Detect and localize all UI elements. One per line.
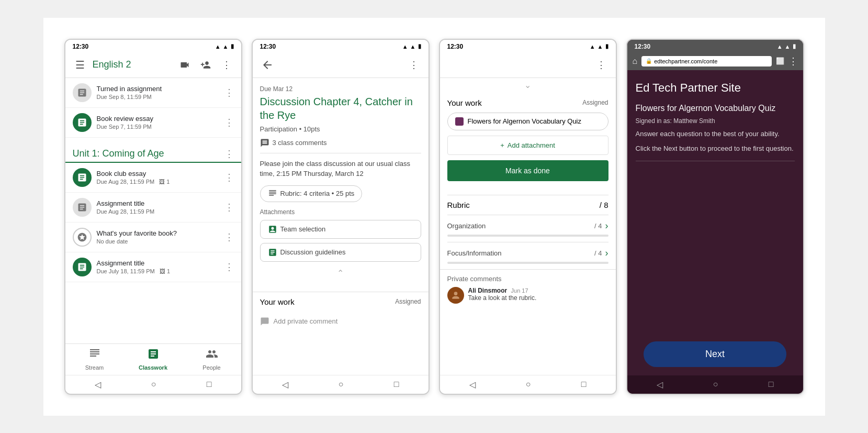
- system-nav-1: ◁ ○ □: [65, 375, 241, 394]
- next-button[interactable]: Next: [644, 341, 787, 367]
- assignment-item-4[interactable]: Assignment title Due Aug 28, 11:59 PM ⋮: [65, 193, 241, 223]
- assignment-info-3: Book club essay Due Aug 28, 11:59 PM 🖼 1: [97, 170, 219, 185]
- status-icons-3: ▲ ▲ ▮: [590, 43, 608, 50]
- assignment-item-6[interactable]: Assignment title Due July 18, 11:59 PM 🖼…: [65, 252, 241, 282]
- more-btn-2[interactable]: ⋮: [224, 117, 234, 128]
- site-title: Ed Tech Partner Site: [636, 81, 795, 96]
- signal-icon-2: ▲: [410, 43, 416, 50]
- wifi-icon-2: ▲: [402, 43, 408, 50]
- rubric-chip[interactable]: Rubric: 4 criteria • 25 pts: [260, 185, 363, 202]
- signal-icon-3: ▲: [598, 43, 603, 50]
- recents-btn-3[interactable]: □: [581, 380, 587, 389]
- more-btn-3[interactable]: ⋮: [224, 172, 234, 183]
- class-comments: 3 class comments: [273, 139, 327, 147]
- attachment-chip-2[interactable]: Discussion guidelines: [260, 243, 421, 262]
- back-btn-1[interactable]: ◁: [95, 380, 101, 390]
- mark-done-btn[interactable]: Mark as done: [447, 160, 608, 181]
- status-icons-4: ▲ ▲ ▮: [777, 43, 796, 50]
- status-bar-3: 12:30 ▲ ▲ ▮: [440, 40, 616, 52]
- assignment-title-4: Assignment title: [97, 199, 219, 207]
- back-btn-2[interactable]: ◁: [282, 380, 288, 390]
- recents-btn-4[interactable]: □: [769, 380, 774, 389]
- comment-text: Take a look at the rubric.: [468, 294, 537, 302]
- signal-icon: ▲: [223, 43, 229, 50]
- rubric-row-2-header: Focus/Information / 4 ›: [447, 248, 608, 259]
- add-comment[interactable]: Add private comment: [253, 312, 429, 331]
- assignment-title-5: What's your favorite book?: [97, 229, 219, 237]
- quiz-chip[interactable]: Flowers for Algernon Vocabulary Quiz: [447, 113, 608, 130]
- back-btn-3[interactable]: ◁: [469, 380, 476, 390]
- your-work-h: Your work: [447, 98, 482, 107]
- scroll-up-indicator: ⌄: [440, 78, 616, 92]
- recents-btn-1[interactable]: □: [207, 380, 212, 389]
- more-btn-5[interactable]: ⋮: [224, 231, 234, 243]
- phone-2: 12:30 ▲ ▲ ▮ ⋮ Due Mar 12 Discussion Chap…: [252, 39, 430, 395]
- assignment-title-1: Turned in assignment: [97, 85, 219, 93]
- assignment-icon-5: [73, 228, 92, 247]
- section-more-btn[interactable]: ⋮: [224, 148, 234, 160]
- assignment-icon-1: [73, 83, 92, 102]
- assignment-item-2[interactable]: Book review essay Due Sep 7, 11:59 PM ⋮: [65, 108, 241, 138]
- person-add-icon[interactable]: [197, 57, 214, 73]
- rubric-bar-2: [447, 262, 608, 264]
- assignment-icon-2: [73, 113, 92, 132]
- home-icon[interactable]: ⌂: [633, 57, 638, 66]
- rubric-criterion-1: Organization: [447, 222, 486, 230]
- more-btn-6[interactable]: ⋮: [224, 261, 234, 273]
- home-btn-3[interactable]: ○: [526, 380, 531, 389]
- assignment-item-1[interactable]: Turned in assignment Due Sep 8, 11:59 PM…: [65, 78, 241, 108]
- description: Please join the class discussion at our …: [260, 159, 421, 179]
- browser-more[interactable]: ⋮: [788, 55, 798, 67]
- more-vert-icon[interactable]: ⋮: [218, 57, 235, 73]
- due-date: Due Mar 12: [260, 85, 421, 93]
- comment-date: Jun 17: [511, 287, 528, 294]
- description2: Click the Next button to proceed to the …: [636, 143, 795, 154]
- more-vert-2[interactable]: ⋮: [405, 57, 422, 73]
- home-btn-2[interactable]: ○: [339, 380, 344, 389]
- battery-icon-3: ▮: [605, 43, 608, 50]
- menu-button[interactable]: ☰: [72, 57, 88, 73]
- back-btn-4[interactable]: ◁: [657, 380, 663, 390]
- assignment-title-6: Assignment title: [97, 259, 219, 267]
- battery-icon-4: ▮: [793, 43, 796, 50]
- rubric-row-1[interactable]: Organization / 4 ›: [447, 215, 608, 242]
- tabs-icon[interactable]: ⬜: [776, 57, 784, 65]
- recents-btn-2[interactable]: □: [394, 380, 399, 389]
- home-btn-1[interactable]: ○: [151, 380, 156, 389]
- rubric-row-2[interactable]: Focus/Information / 4 ›: [447, 242, 608, 269]
- add-attachment-btn[interactable]: + Add attachment: [447, 136, 608, 155]
- people-icon: [206, 348, 218, 363]
- assignment-icon-4: [73, 198, 92, 217]
- assignment-due-3: Due Aug 28, 11:59 PM 🖼 1: [97, 179, 219, 185]
- scroll-indicator: ⌃: [260, 266, 421, 280]
- classwork-label: Classwork: [139, 364, 167, 371]
- nav-stream[interactable]: Stream: [65, 344, 124, 375]
- attachment-chip-1[interactable]: Team selection: [260, 220, 421, 239]
- assignment-item-3[interactable]: Book club essay Due Aug 28, 11:59 PM 🖼 1…: [65, 163, 241, 193]
- url-bar[interactable]: 🔒 edtechpartner.com/conte: [641, 56, 771, 66]
- nav-classwork[interactable]: Classwork: [124, 344, 183, 375]
- more-btn-1[interactable]: ⋮: [224, 87, 234, 98]
- home-btn-4[interactable]: ○: [713, 380, 718, 389]
- system-nav-4: ◁ ○ □: [627, 375, 803, 394]
- add-comment-text: Add private comment: [274, 317, 338, 325]
- assigned-badge-3: Assigned: [582, 99, 608, 106]
- nav-people[interactable]: People: [183, 344, 241, 375]
- comments-row: 3 class comments: [260, 138, 421, 153]
- points-row: Participation • 10pts: [260, 125, 421, 133]
- app-bar-2: ⋮: [253, 52, 429, 78]
- more-vert-3[interactable]: ⋮: [593, 57, 610, 73]
- assignment-item-5[interactable]: What's your favorite book? No due date ⋮: [65, 223, 241, 252]
- wifi-icon-3: ▲: [590, 43, 595, 50]
- video-icon[interactable]: [176, 57, 193, 73]
- rubric-row-1-header: Organization / 4 ›: [447, 220, 608, 231]
- rubric-title: Rubric: [447, 201, 470, 209]
- time-1: 12:30: [73, 43, 89, 50]
- back-button[interactable]: [259, 57, 276, 73]
- quiz-color: [455, 117, 464, 126]
- phone-4: 12:30 ▲ ▲ ▮ ⌂ 🔒 edtechpartner.com/conte …: [626, 39, 804, 395]
- browser-bar: ⌂ 🔒 edtechpartner.com/conte ⬜ ⋮: [627, 52, 803, 70]
- rubric-text: Rubric: 4 criteria • 25 pts: [280, 190, 355, 197]
- your-work-section: Your work Assigned Flowers for Algernon …: [440, 92, 616, 195]
- more-btn-4[interactable]: ⋮: [224, 202, 234, 213]
